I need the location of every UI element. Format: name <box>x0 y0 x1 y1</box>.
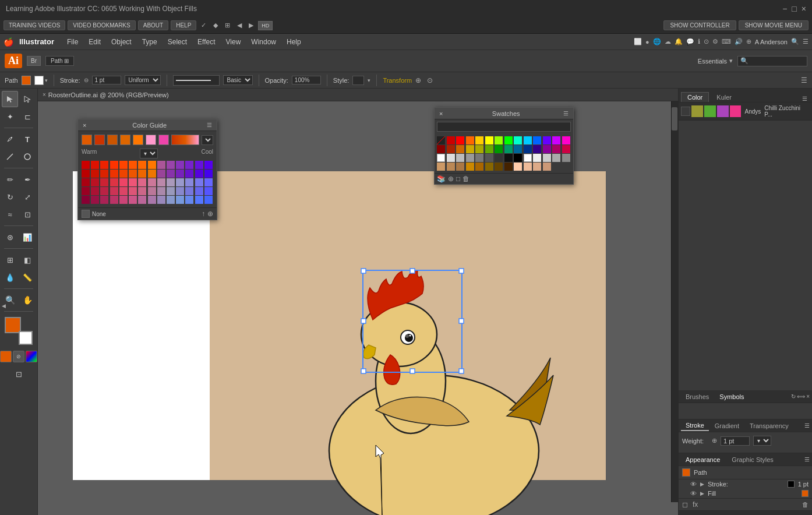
sw-cell[interactable] <box>543 154 551 162</box>
warp-button[interactable]: ≈ <box>2 206 18 223</box>
cg-cell[interactable] <box>82 161 90 169</box>
close-icon[interactable]: × <box>802 4 806 13</box>
keyboard-icon[interactable]: ⌨ <box>722 38 731 45</box>
show-controller-button[interactable]: SHOW CONTROLLER <box>663 20 736 30</box>
menu-effect[interactable]: Effect <box>193 37 220 47</box>
grid-icon[interactable]: ⊞ <box>223 22 232 29</box>
sw-cell[interactable] <box>475 154 483 162</box>
cg-cell[interactable] <box>138 161 146 169</box>
fill-expand-icon[interactable]: ▶ <box>700 491 704 496</box>
menu-select[interactable]: Select <box>163 37 192 47</box>
weight-input[interactable] <box>721 436 750 446</box>
paintbrush-button[interactable]: ✏ <box>2 171 18 188</box>
apple-icon[interactable]: 🍎 <box>3 37 13 47</box>
cg-cell[interactable] <box>138 178 146 186</box>
sw-cell[interactable] <box>456 145 464 153</box>
cg-cell[interactable] <box>138 196 146 204</box>
color-guide-close-button[interactable]: × <box>83 122 86 129</box>
cg-cell[interactable] <box>157 196 165 204</box>
play-icon[interactable]: ▶ <box>246 22 256 29</box>
sw-cell[interactable] <box>504 154 513 162</box>
cg-edit-icon[interactable]: ⊕ <box>207 210 213 218</box>
cg-cell[interactable] <box>148 196 156 204</box>
sw-cell[interactable] <box>437 163 445 171</box>
mesh-tool-button[interactable]: ⊞ <box>2 252 18 268</box>
cg-cell[interactable] <box>110 170 118 178</box>
sw-cell[interactable] <box>514 163 522 171</box>
tab-stroke[interactable]: Stroke <box>681 421 709 431</box>
tab-gradient[interactable]: Gradient <box>710 421 744 431</box>
cg-cell[interactable] <box>82 170 90 178</box>
fill-mode-button[interactable] <box>0 351 12 362</box>
tab-graphic-styles[interactable]: Graphic Styles <box>727 455 778 464</box>
sw-cell[interactable] <box>495 136 503 144</box>
user-name[interactable]: A Anderson <box>755 38 788 45</box>
sw-cell[interactable] <box>533 145 541 153</box>
browser-icon[interactable]: 🌐 <box>653 38 661 45</box>
canvas-close-button[interactable]: × <box>43 91 46 98</box>
color-guide-menu-icon[interactable]: ☰ <box>207 122 212 128</box>
sw-cell[interactable] <box>466 145 474 153</box>
sw-cell[interactable] <box>447 163 455 171</box>
sw-white[interactable] <box>437 154 445 162</box>
kuler-swatch-4[interactable] <box>730 105 742 117</box>
transform-label[interactable]: Transform <box>383 77 412 84</box>
brushes-expand-icon[interactable]: ⟺ <box>797 393 805 400</box>
notification-icon[interactable]: 🔔 <box>675 38 683 45</box>
cg-cell[interactable] <box>110 196 118 204</box>
eyedropper-button[interactable]: 💧 <box>2 269 18 285</box>
hand-button[interactable]: ✋ <box>19 292 36 308</box>
swatches-search-input[interactable] <box>437 122 571 132</box>
cg-cell[interactable] <box>167 161 175 169</box>
style-swatch[interactable] <box>352 76 364 85</box>
tab-appearance[interactable]: Appearance <box>681 455 725 464</box>
toolbar-collapse-icon[interactable]: ◀ <box>0 294 7 318</box>
sw-cell[interactable] <box>524 145 532 153</box>
tab-brushes[interactable]: Brushes <box>681 392 714 401</box>
fill-visibility-icon[interactable]: 👁 <box>690 490 697 497</box>
sw-cell[interactable] <box>533 154 541 162</box>
cg-cell[interactable] <box>176 178 184 186</box>
stroke-expand-icon[interactable]: ▶ <box>700 481 704 487</box>
sw-cell[interactable] <box>562 145 570 153</box>
cg-cell[interactable] <box>167 178 175 186</box>
cg-cell[interactable] <box>195 178 203 186</box>
cg-cell[interactable] <box>204 178 213 186</box>
appearance-panel-menu-icon[interactable]: ☰ <box>804 456 810 463</box>
sw-cell[interactable] <box>504 163 513 171</box>
search-field[interactable]: 🔍 <box>737 56 807 66</box>
style-dropdown-icon[interactable]: ▾ <box>368 77 370 83</box>
search-icon[interactable]: 🔍 <box>791 38 799 45</box>
vertical-scrollbar[interactable] <box>671 101 678 502</box>
sw-cell[interactable] <box>552 136 560 144</box>
cg-cell[interactable] <box>129 178 137 186</box>
cg-cell[interactable] <box>119 170 128 178</box>
cg-cell[interactable] <box>119 196 128 204</box>
sw-cell[interactable] <box>466 154 474 162</box>
cg-save-icon[interactable]: ↑ <box>202 210 205 218</box>
transform-icon[interactable]: ⊕ <box>415 76 421 84</box>
tab-symbols[interactable]: Symbols <box>715 392 749 401</box>
menu-file[interactable]: File <box>62 37 83 47</box>
symbol-sprayer-button[interactable]: ⊛ <box>2 229 18 245</box>
sw-cell[interactable] <box>495 163 503 171</box>
cg-cell[interactable] <box>82 178 90 186</box>
workspace-selector[interactable]: Path ⊞ <box>45 56 74 66</box>
canvas-content[interactable]: × Color Guide ☰ <box>38 101 678 515</box>
sw-cell[interactable] <box>543 136 551 144</box>
bridge-button[interactable]: Br <box>27 56 41 66</box>
add-icon[interactable]: ⊕ <box>746 38 751 45</box>
sw-cell[interactable] <box>504 145 513 153</box>
sw-cell[interactable] <box>447 136 455 144</box>
sw-cell[interactable] <box>495 154 503 162</box>
appearance-fill-swatch[interactable] <box>802 490 809 497</box>
cg-cell[interactable] <box>185 170 193 178</box>
sw-cell[interactable] <box>514 145 522 153</box>
appearance-delete-icon[interactable]: 🗑 <box>802 501 809 508</box>
cg-cell[interactable] <box>148 187 156 195</box>
cg-cell[interactable] <box>119 161 128 169</box>
minimize-icon[interactable]: − <box>782 4 787 13</box>
base-color-swatch[interactable] <box>82 135 92 145</box>
cg-cell[interactable] <box>82 187 90 195</box>
cg-cell[interactable] <box>110 187 118 195</box>
